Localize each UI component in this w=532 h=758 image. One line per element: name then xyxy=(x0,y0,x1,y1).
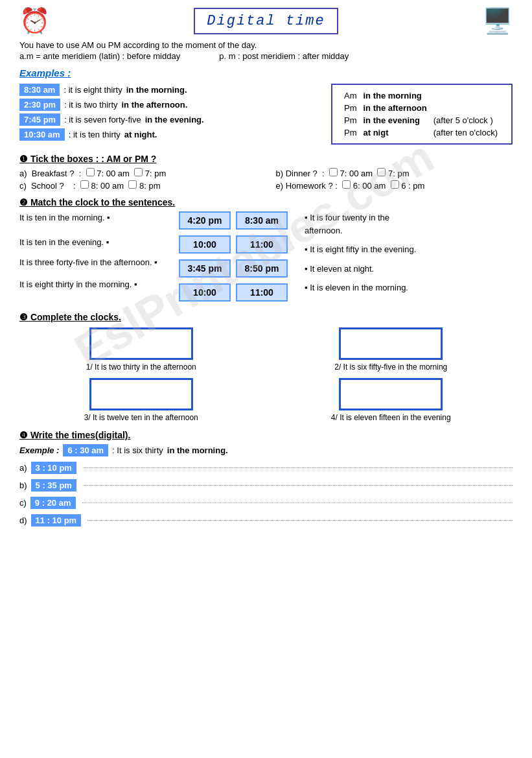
clock-fill-box-1[interactable] xyxy=(89,327,193,360)
section1-title: ❶ Tick the boxes : : AM or PM ? xyxy=(19,154,513,164)
write-line-d xyxy=(87,520,513,521)
page-header: ⏰ Digital time 🖥️ xyxy=(19,6,513,35)
tick-row-1: a) Breakfast ? : 7: 00 am 7: pm b) Dinne… xyxy=(19,168,513,178)
clock-box-1000b: 10:00 xyxy=(179,283,231,302)
write-line-a xyxy=(83,468,513,468)
examples-left: 8:30 am : it is eight thirty in the morn… xyxy=(19,84,321,145)
examples-title: Examples : xyxy=(19,67,513,78)
dinner-am-checkbox[interactable] xyxy=(329,168,338,176)
example-row-3: 7:45 pm : it is seven forty-five in the … xyxy=(19,113,321,126)
write-row-d: d) 11 : 10 pm xyxy=(19,514,513,527)
exemple-badge: 6 : 30 am xyxy=(63,444,108,456)
write-badge-c: 9 : 20 am xyxy=(30,497,76,509)
clock-box-345pm: 3:45 pm xyxy=(179,259,231,278)
example-badge-3: 7:45 pm xyxy=(19,113,60,126)
clock-fill-box-3[interactable] xyxy=(89,378,193,410)
box-pair-3: 3:45 pm 8:50 pm xyxy=(179,259,288,280)
school-am-checkbox[interactable] xyxy=(80,180,89,189)
write-row-b: b) 5 : 35 pm xyxy=(19,479,513,492)
right-sentence-2: ▪ It is eight fifty in the evening. xyxy=(305,243,513,256)
clock-fill-1: 1/ It is two thirty in the afternoon xyxy=(19,327,263,372)
match-layout: It is ten in the morning. ▪ It is ten in… xyxy=(19,211,513,304)
breakfast-am-checkbox[interactable] xyxy=(86,168,95,176)
write-exemple: Exemple : 6 : 30 am : It is six thirty i… xyxy=(19,444,513,456)
clock-fill-2: 2/ It is six fifty-five in the morning xyxy=(270,327,513,372)
write-row-a: a) 3 : 10 pm xyxy=(19,462,513,474)
breakfast-pm-checkbox[interactable] xyxy=(134,168,143,176)
example-row-2: 2:30 pm : it is two thirty in the aftern… xyxy=(19,99,321,111)
left-sentence-2: It is ten in the evening. ▪ xyxy=(19,236,162,249)
clock-box-1100b: 11:00 xyxy=(236,283,288,302)
match-left-sentences: It is ten in the morning. ▪ It is ten in… xyxy=(19,211,162,297)
alarm-clock-icon: ⏰ xyxy=(19,6,50,35)
right-sentence-1: ▪ It is four twenty in theafternoon. xyxy=(305,211,513,237)
write-badge-d: 11 : 10 pm xyxy=(31,514,82,527)
section2-title: ❷ Match the clock to the sentences. xyxy=(19,197,513,207)
clock-box-1000a: 10:00 xyxy=(179,235,231,254)
example-badge-1: 8:30 am xyxy=(19,84,60,96)
clock-fill-box-2[interactable] xyxy=(339,327,443,360)
write-row-c: c) 9 : 20 am xyxy=(19,497,513,509)
section-tick-boxes: ❶ Tick the boxes : : AM or PM ? a) Break… xyxy=(19,154,513,191)
box-pair-1: 4:20 pm 8:30 am xyxy=(179,211,288,232)
write-line-b xyxy=(83,485,513,486)
digital-clock-icon: 🖥️ xyxy=(482,6,513,35)
homework-am-checkbox[interactable] xyxy=(342,180,351,189)
clock-fill-box-4[interactable] xyxy=(339,378,443,410)
left-sentence-3: It is three forty-five in the afternoon.… xyxy=(19,256,162,269)
clock-fill-label-1: 1/ It is two thirty in the afternoon xyxy=(86,362,196,372)
ampm-row-1: Am in the morning xyxy=(341,90,500,101)
right-sentence-4: ▪ It is eleven in the morning. xyxy=(305,281,513,294)
write-line-c xyxy=(82,503,513,503)
ampm-row-4: Pm at nigt (after ten o'clock) xyxy=(341,127,500,138)
left-sentence-1: It is ten in the morning. ▪ xyxy=(19,211,162,224)
clock-fill-4: 4/ It is eleven fifteen in the evening xyxy=(270,378,513,422)
example-badge-4: 10:30 am xyxy=(19,128,65,141)
section-complete-clocks: ❸ Complete the clocks. 1/ It is two thir… xyxy=(19,312,513,422)
clock-box-420pm: 4:20 pm xyxy=(179,211,231,230)
example-row-1: 8:30 am : it is eight thirty in the morn… xyxy=(19,84,321,96)
section4-title: ❹ Write the times(digital). xyxy=(19,430,513,440)
ampm-table: Am in the morning Pm in the afternoon Pm… xyxy=(331,84,513,145)
page-title: Digital time xyxy=(194,8,338,34)
box-pair-2: 10:00 11:00 xyxy=(179,235,288,256)
example-row-4: 10:30 am : it is ten thirty at night. xyxy=(19,128,321,141)
box-pair-4: 10:00 11:00 xyxy=(179,283,288,304)
clock-fill-label-2: 2/ It is six fifty-five in the morning xyxy=(334,362,447,372)
match-center-boxes: 4:20 pm 8:30 am 10:00 11:00 3:45 pm 8:50… xyxy=(168,211,298,304)
match-right-sentences: ▪ It is four twenty in theafternoon. ▪ I… xyxy=(305,211,513,301)
clock-box-830am: 8:30 am xyxy=(236,211,288,230)
dinner-pm-checkbox[interactable] xyxy=(377,168,386,176)
right-sentence-3: ▪ It eleven at night. xyxy=(305,263,513,276)
examples-section: 8:30 am : it is eight thirty in the morn… xyxy=(19,84,513,145)
left-sentence-4: It is eight thirty in the morning. ▪ xyxy=(19,278,162,291)
intro-text: You have to use AM ou PM according to th… xyxy=(19,40,513,61)
section3-title: ❸ Complete the clocks. xyxy=(19,312,513,322)
clock-fill-3: 3/ It is twelve ten in the afternoon xyxy=(19,378,263,422)
ampm-row-3: Pm in the evening (after 5 o'clock ) xyxy=(341,115,500,126)
clock-fill-label-3: 3/ It is twelve ten in the afternoon xyxy=(84,413,198,422)
write-badge-b: 5 : 35 pm xyxy=(31,479,76,492)
clocks-grid: 1/ It is two thirty in the afternoon 2/ … xyxy=(19,327,513,422)
tick-row-2: c) School ? : 8: 00 am 8: pm e) Homework… xyxy=(19,180,513,191)
school-pm-checkbox[interactable] xyxy=(128,180,137,189)
homework-pm-checkbox[interactable] xyxy=(391,180,399,189)
clock-fill-label-4: 4/ It is eleven fifteen in the evening xyxy=(331,413,451,422)
section-write-times: ❹ Write the times(digital). Exemple : 6 … xyxy=(19,430,513,527)
clock-box-850pm: 8:50 pm xyxy=(236,259,288,278)
write-badge-a: 3 : 10 pm xyxy=(31,462,76,474)
clock-box-1100a: 11:00 xyxy=(236,235,288,254)
section-match: ❷ Match the clock to the sentences. It i… xyxy=(19,197,513,304)
example-badge-2: 2:30 pm xyxy=(19,99,60,111)
ampm-row-2: Pm in the afternoon xyxy=(341,102,500,113)
